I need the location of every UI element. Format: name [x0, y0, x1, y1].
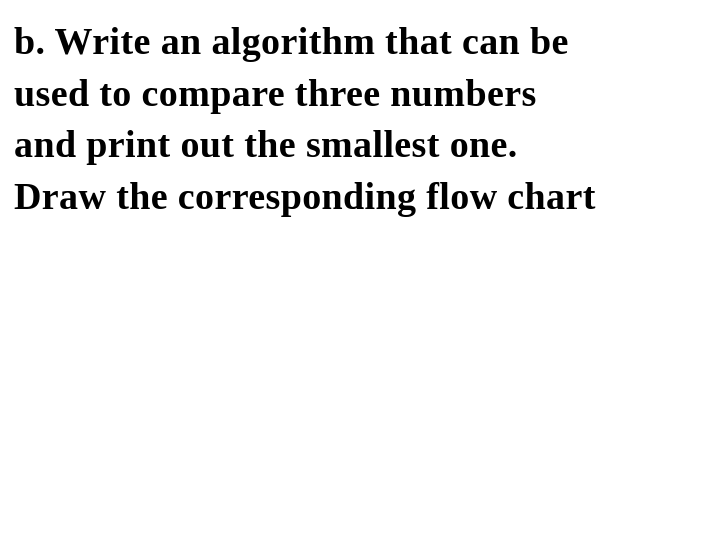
- text-line-4: Draw the corresponding flow chart: [14, 173, 706, 221]
- text-line-2: used to compare three numbers: [14, 70, 706, 118]
- main-content: b. Write an algorithm that can be used t…: [14, 18, 706, 224]
- text-line-3: and print out the smallest one.: [14, 121, 706, 169]
- text-line-1: b. Write an algorithm that can be: [14, 18, 706, 66]
